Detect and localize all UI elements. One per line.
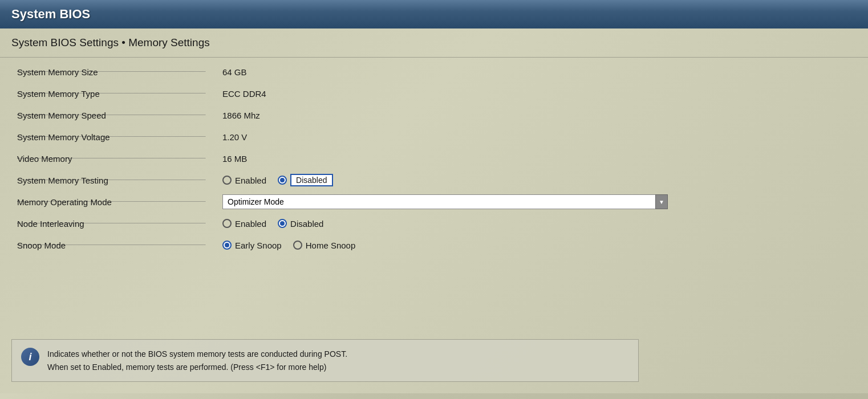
info-text-line1: Indicates whether or not the BIOS system…: [47, 348, 347, 360]
settings-table: System Memory Size 64 GB System Memory T…: [0, 58, 868, 259]
radio-group-node-enabled[interactable]: Enabled: [222, 219, 266, 229]
value-node-interleaving: Enabled Disabled: [222, 219, 851, 229]
label-snoop-mode: Snoop Mode: [17, 241, 211, 250]
radio-disabled-label: Disabled: [290, 174, 332, 186]
radio-early-snoop-circle[interactable]: [222, 241, 232, 250]
value-system-memory-speed: 1866 Mhz: [222, 111, 851, 120]
page-title: System BIOS: [11, 7, 90, 21]
value-memory-operating-mode[interactable]: Optimizer Mode Advanced ECC Mode Mirror …: [222, 194, 851, 209]
value-snoop-mode: Early Snoop Home Snoop: [222, 241, 851, 250]
label-system-memory-type: System Memory Type: [17, 89, 211, 99]
value-system-memory-size: 64 GB: [222, 67, 851, 77]
content-area: System BIOS Settings • Memory Settings S…: [0, 28, 868, 393]
label-video-memory: Video Memory: [17, 154, 211, 164]
setting-row-node-interleaving: Node Interleaving Enabled Disabled: [0, 213, 868, 234]
info-icon: i: [21, 348, 39, 366]
breadcrumb: System BIOS Settings • Memory Settings: [0, 28, 868, 58]
radio-disabled-circle[interactable]: [278, 176, 287, 185]
radio-node-disabled-circle[interactable]: [278, 219, 287, 228]
radio-home-snoop-circle[interactable]: [293, 241, 302, 250]
info-text: Indicates whether or not the BIOS system…: [47, 348, 347, 373]
radio-enabled-circle[interactable]: [222, 176, 232, 185]
label-system-memory-size: System Memory Size: [17, 67, 211, 77]
radio-node-enabled-label: Enabled: [235, 219, 266, 229]
radio-group-enabled[interactable]: Enabled: [222, 176, 266, 185]
radio-group-early-snoop[interactable]: Early Snoop: [222, 241, 282, 250]
info-text-line2: When set to Enabled, memory tests are pe…: [47, 361, 347, 373]
memory-operating-mode-select[interactable]: Optimizer Mode Advanced ECC Mode Mirror …: [222, 194, 656, 209]
setting-row-memory-operating-mode: Memory Operating Mode Optimizer Mode Adv…: [0, 191, 868, 213]
radio-node-disabled-label: Disabled: [290, 219, 323, 229]
setting-row-system-memory-testing: System Memory Testing Enabled Disabled: [0, 169, 868, 191]
radio-node-enabled-circle[interactable]: [222, 219, 232, 228]
label-system-memory-voltage: System Memory Voltage: [17, 132, 211, 142]
radio-group-node-disabled[interactable]: Disabled: [278, 219, 323, 229]
setting-row-system-memory-type: System Memory Type ECC DDR4: [0, 83, 868, 104]
radio-early-snoop-label: Early Snoop: [235, 241, 282, 250]
value-system-memory-type: ECC DDR4: [222, 89, 851, 99]
label-system-memory-testing: System Memory Testing: [17, 176, 211, 185]
radio-enabled-label: Enabled: [235, 176, 266, 185]
value-video-memory: 16 MB: [222, 154, 851, 164]
label-memory-operating-mode: Memory Operating Mode: [17, 197, 211, 207]
dropdown-wrapper-memory-mode[interactable]: Optimizer Mode Advanced ECC Mode Mirror …: [222, 194, 851, 209]
setting-row-video-memory: Video Memory 16 MB: [0, 148, 868, 169]
setting-row-system-memory-size: System Memory Size 64 GB: [0, 61, 868, 83]
dropdown-arrow-icon[interactable]: [655, 194, 668, 209]
label-system-memory-speed: System Memory Speed: [17, 111, 211, 120]
value-system-memory-testing: Enabled Disabled: [222, 174, 851, 186]
setting-row-system-memory-voltage: System Memory Voltage 1.20 V: [0, 126, 868, 148]
radio-home-snoop-label: Home Snoop: [306, 241, 356, 250]
info-bar: i Indicates whether or not the BIOS syst…: [11, 339, 639, 382]
title-bar: System BIOS: [0, 0, 868, 28]
radio-group-disabled[interactable]: Disabled: [278, 174, 332, 186]
radio-group-home-snoop[interactable]: Home Snoop: [293, 241, 356, 250]
setting-row-system-memory-speed: System Memory Speed 1866 Mhz: [0, 104, 868, 126]
label-node-interleaving: Node Interleaving: [17, 219, 211, 229]
value-system-memory-voltage: 1.20 V: [222, 132, 851, 142]
setting-row-snoop-mode: Snoop Mode Early Snoop Home Snoop: [0, 234, 868, 256]
